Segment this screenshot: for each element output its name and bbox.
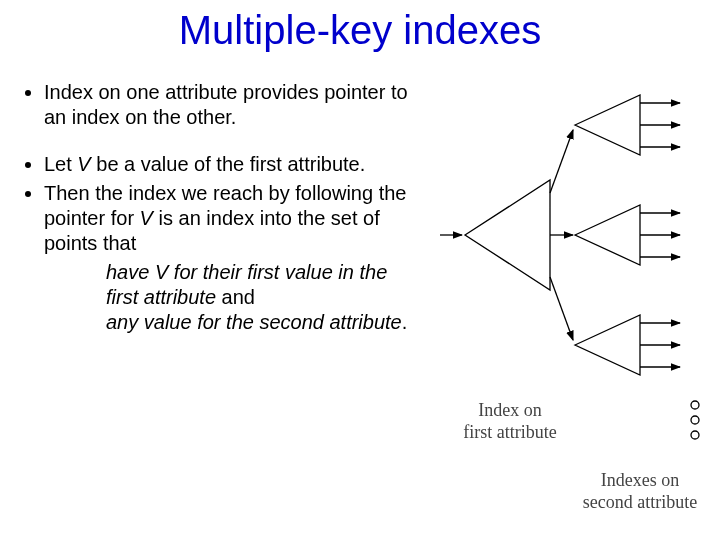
figure: Index on first attribute Indexes on seco… (440, 85, 710, 515)
second-node-mid (575, 205, 640, 265)
diagram-svg (440, 85, 710, 515)
slide-title: Multiple-key indexes (0, 8, 720, 53)
bullet-2-v: V (77, 153, 90, 175)
indent-line-1b: and (216, 286, 255, 308)
first-level-node (465, 180, 550, 290)
second-node-bot (575, 315, 640, 375)
link-arrow-1 (550, 130, 573, 193)
bullet-list-2: Let V be a value of the first attribute.… (22, 152, 422, 335)
bullet-1: Index on one attribute provides pointer … (44, 80, 422, 130)
bullet-2-pre: Let (44, 153, 77, 175)
link-arrow-3 (550, 277, 573, 340)
bullet-2-post: be a value of the first attribute. (91, 153, 366, 175)
bullet-2: Let V be a value of the first attribute. (44, 152, 422, 177)
figure-label-2: Indexes on second attribute (570, 470, 710, 513)
slide: Multiple-key indexes Index on one attrib… (0, 0, 720, 540)
dot-1 (691, 401, 699, 409)
bullet-3: Then the index we reach by following the… (44, 181, 422, 335)
dot-3 (691, 431, 699, 439)
second-node-top (575, 95, 640, 155)
figure-label-1b: first attribute (463, 422, 556, 442)
figure-label-2a: Indexes on (601, 470, 679, 490)
indent-line-2: any value for the second attribute (106, 311, 402, 333)
bullet-3-v: V (140, 207, 153, 229)
figure-label-1: Index on first attribute (445, 400, 575, 443)
figure-label-2b: second attribute (583, 492, 697, 512)
bullet-list: Index on one attribute provides pointer … (22, 80, 422, 130)
figure-label-1a: Index on (478, 400, 541, 420)
bullet-3-indent: have V for their first value in the firs… (106, 260, 422, 335)
indent-line-2-dot: . (402, 311, 408, 333)
dot-2 (691, 416, 699, 424)
slide-body: Index on one attribute provides pointer … (22, 80, 422, 339)
